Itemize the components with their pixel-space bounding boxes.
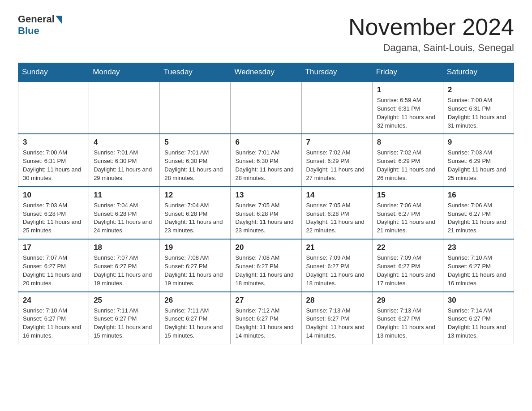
day-number: 7 (306, 138, 368, 147)
calendar-cell (18, 81, 89, 134)
day-info: Sunrise: 7:09 AM Sunset: 6:27 PM Dayligh… (377, 254, 438, 287)
calendar-cell: 16Sunrise: 7:06 AM Sunset: 6:27 PM Dayli… (443, 187, 514, 239)
day-info: Sunrise: 7:13 AM Sunset: 6:27 PM Dayligh… (306, 307, 368, 340)
logo-general-text: General (18, 13, 55, 25)
calendar-cell: 1Sunrise: 6:59 AM Sunset: 6:31 PM Daylig… (372, 81, 443, 134)
day-number: 15 (377, 191, 438, 200)
day-info: Sunrise: 7:03 AM Sunset: 6:29 PM Dayligh… (448, 149, 509, 182)
calendar-cell: 10Sunrise: 7:03 AM Sunset: 6:28 PM Dayli… (18, 187, 89, 239)
calendar-cell: 3Sunrise: 7:00 AM Sunset: 6:31 PM Daylig… (18, 134, 89, 186)
day-info: Sunrise: 7:04 AM Sunset: 6:28 PM Dayligh… (164, 201, 226, 235)
calendar-cell: 9Sunrise: 7:03 AM Sunset: 6:29 PM Daylig… (443, 134, 514, 186)
weekday-header-monday: Monday (89, 63, 160, 82)
calendar-cell: 8Sunrise: 7:02 AM Sunset: 6:29 PM Daylig… (372, 134, 443, 186)
day-info: Sunrise: 7:03 AM Sunset: 6:28 PM Dayligh… (23, 201, 84, 235)
calendar-header-row: SundayMondayTuesdayWednesdayThursdayFrid… (18, 63, 514, 82)
calendar-week-5: 24Sunrise: 7:10 AM Sunset: 6:27 PM Dayli… (18, 292, 514, 344)
title-block: November 2024 Dagana, Saint-Louis, Seneg… (348, 13, 514, 54)
day-info: Sunrise: 6:59 AM Sunset: 6:31 PM Dayligh… (377, 96, 438, 130)
calendar-cell: 26Sunrise: 7:11 AM Sunset: 6:27 PM Dayli… (160, 292, 231, 344)
calendar-cell (231, 81, 301, 134)
day-number: 21 (306, 243, 368, 252)
day-info: Sunrise: 7:01 AM Sunset: 6:30 PM Dayligh… (94, 149, 155, 182)
month-title: November 2024 (348, 13, 514, 40)
day-info: Sunrise: 7:07 AM Sunset: 6:27 PM Dayligh… (94, 254, 155, 287)
day-number: 26 (164, 296, 226, 305)
day-number: 28 (306, 296, 368, 305)
calendar-cell: 24Sunrise: 7:10 AM Sunset: 6:27 PM Dayli… (18, 292, 89, 344)
weekday-header-tuesday: Tuesday (160, 63, 231, 82)
calendar-week-1: 1Sunrise: 6:59 AM Sunset: 6:31 PM Daylig… (18, 81, 514, 134)
day-number: 23 (448, 243, 509, 252)
day-number: 10 (23, 191, 84, 200)
page-header: General Blue November 2024 Dagana, Saint… (18, 13, 514, 54)
day-number: 13 (235, 191, 296, 200)
weekday-header-friday: Friday (372, 63, 443, 82)
day-number: 24 (23, 296, 84, 305)
day-number: 19 (164, 243, 226, 252)
calendar-cell: 18Sunrise: 7:07 AM Sunset: 6:27 PM Dayli… (89, 239, 160, 291)
weekday-header-thursday: Thursday (301, 63, 372, 82)
calendar-cell: 2Sunrise: 7:00 AM Sunset: 6:31 PM Daylig… (443, 81, 514, 134)
day-info: Sunrise: 7:04 AM Sunset: 6:28 PM Dayligh… (94, 201, 155, 235)
logo: General Blue (18, 13, 62, 37)
day-number: 11 (94, 191, 155, 200)
day-number: 20 (235, 243, 296, 252)
day-number: 8 (377, 138, 438, 147)
day-info: Sunrise: 7:09 AM Sunset: 6:27 PM Dayligh… (306, 254, 368, 287)
calendar-cell: 6Sunrise: 7:01 AM Sunset: 6:30 PM Daylig… (231, 134, 301, 186)
calendar-week-4: 17Sunrise: 7:07 AM Sunset: 6:27 PM Dayli… (18, 239, 514, 291)
day-info: Sunrise: 7:02 AM Sunset: 6:29 PM Dayligh… (377, 149, 438, 182)
calendar-cell: 15Sunrise: 7:06 AM Sunset: 6:27 PM Dayli… (372, 187, 443, 239)
calendar-cell: 12Sunrise: 7:04 AM Sunset: 6:28 PM Dayli… (160, 187, 231, 239)
calendar-cell: 11Sunrise: 7:04 AM Sunset: 6:28 PM Dayli… (89, 187, 160, 239)
calendar-cell: 13Sunrise: 7:05 AM Sunset: 6:28 PM Dayli… (231, 187, 301, 239)
calendar-cell: 20Sunrise: 7:08 AM Sunset: 6:27 PM Dayli… (231, 239, 301, 291)
day-info: Sunrise: 7:08 AM Sunset: 6:27 PM Dayligh… (164, 254, 226, 287)
calendar-cell: 17Sunrise: 7:07 AM Sunset: 6:27 PM Dayli… (18, 239, 89, 291)
day-info: Sunrise: 7:12 AM Sunset: 6:27 PM Dayligh… (235, 307, 296, 340)
calendar-cell (160, 81, 231, 134)
day-info: Sunrise: 7:01 AM Sunset: 6:30 PM Dayligh… (164, 149, 226, 182)
calendar-cell (301, 81, 372, 134)
day-number: 29 (377, 296, 438, 305)
day-info: Sunrise: 7:10 AM Sunset: 6:27 PM Dayligh… (448, 254, 509, 287)
calendar-week-3: 10Sunrise: 7:03 AM Sunset: 6:28 PM Dayli… (18, 187, 514, 239)
calendar-cell: 19Sunrise: 7:08 AM Sunset: 6:27 PM Dayli… (160, 239, 231, 291)
day-info: Sunrise: 7:01 AM Sunset: 6:30 PM Dayligh… (235, 149, 296, 182)
day-info: Sunrise: 7:14 AM Sunset: 6:27 PM Dayligh… (448, 307, 509, 340)
calendar-cell: 28Sunrise: 7:13 AM Sunset: 6:27 PM Dayli… (301, 292, 372, 344)
calendar-cell: 5Sunrise: 7:01 AM Sunset: 6:30 PM Daylig… (160, 134, 231, 186)
day-number: 5 (164, 138, 226, 147)
day-info: Sunrise: 7:13 AM Sunset: 6:27 PM Dayligh… (377, 307, 438, 340)
calendar-cell: 22Sunrise: 7:09 AM Sunset: 6:27 PM Dayli… (372, 239, 443, 291)
calendar-cell: 4Sunrise: 7:01 AM Sunset: 6:30 PM Daylig… (89, 134, 160, 186)
day-number: 2 (448, 86, 509, 94)
day-number: 22 (377, 243, 438, 252)
weekday-header-sunday: Sunday (18, 63, 89, 82)
day-info: Sunrise: 7:11 AM Sunset: 6:27 PM Dayligh… (164, 307, 226, 340)
day-info: Sunrise: 7:00 AM Sunset: 6:31 PM Dayligh… (448, 96, 509, 130)
day-info: Sunrise: 7:06 AM Sunset: 6:27 PM Dayligh… (377, 201, 438, 235)
calendar-cell: 29Sunrise: 7:13 AM Sunset: 6:27 PM Dayli… (372, 292, 443, 344)
day-number: 17 (23, 243, 84, 252)
calendar-cell: 7Sunrise: 7:02 AM Sunset: 6:29 PM Daylig… (301, 134, 372, 186)
logo-blue-text: Blue (18, 25, 39, 37)
calendar-cell: 25Sunrise: 7:11 AM Sunset: 6:27 PM Dayli… (89, 292, 160, 344)
weekday-header-saturday: Saturday (443, 63, 514, 82)
day-info: Sunrise: 7:11 AM Sunset: 6:27 PM Dayligh… (94, 307, 155, 340)
location-text: Dagana, Saint-Louis, Senegal (348, 42, 514, 54)
day-info: Sunrise: 7:08 AM Sunset: 6:27 PM Dayligh… (235, 254, 296, 287)
calendar-cell (89, 81, 160, 134)
day-info: Sunrise: 7:07 AM Sunset: 6:27 PM Dayligh… (23, 254, 84, 287)
calendar-cell: 30Sunrise: 7:14 AM Sunset: 6:27 PM Dayli… (443, 292, 514, 344)
day-info: Sunrise: 7:05 AM Sunset: 6:28 PM Dayligh… (306, 201, 368, 235)
day-number: 14 (306, 191, 368, 200)
weekday-header-wednesday: Wednesday (231, 63, 301, 82)
day-number: 9 (448, 138, 509, 147)
day-number: 16 (448, 191, 509, 200)
day-info: Sunrise: 7:00 AM Sunset: 6:31 PM Dayligh… (23, 149, 84, 182)
day-number: 25 (94, 296, 155, 305)
day-info: Sunrise: 7:10 AM Sunset: 6:27 PM Dayligh… (23, 307, 84, 340)
calendar-cell: 21Sunrise: 7:09 AM Sunset: 6:27 PM Dayli… (301, 239, 372, 291)
